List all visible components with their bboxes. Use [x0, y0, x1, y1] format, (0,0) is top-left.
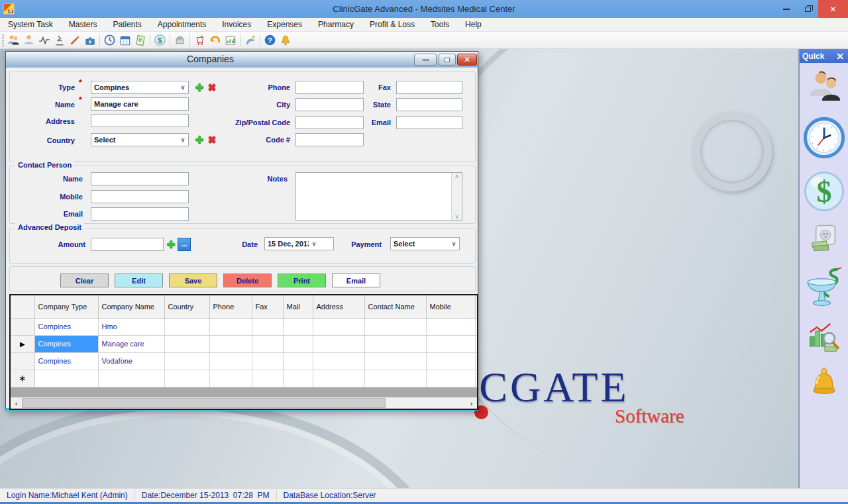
grid-cell[interactable]: Hmo	[98, 318, 164, 335]
menu-item-help[interactable]: Help	[457, 18, 490, 31]
billing-dollar-quick-icon[interactable]: $	[803, 170, 845, 215]
menu-item-invoices[interactable]: Invoices	[214, 18, 259, 31]
grid-cell[interactable]	[313, 318, 364, 335]
dialog-maximize-button[interactable]	[439, 54, 456, 66]
state-field[interactable]	[396, 98, 462, 111]
contact-mobile-field[interactable]	[91, 190, 189, 203]
reminders-bell-quick-icon[interactable]	[807, 366, 841, 403]
purchase-icon[interactable]	[192, 32, 207, 48]
notes-textarea[interactable]: ∧∨	[295, 172, 462, 221]
date-combobox[interactable]: 15 Dec, 2013∨	[264, 237, 334, 250]
grid-cell[interactable]: Compines	[34, 318, 98, 335]
city-field[interactable]	[295, 98, 364, 111]
grid-cell[interactable]	[252, 370, 283, 387]
menu-item-expenses[interactable]: Expenses	[259, 18, 310, 31]
type-combobox[interactable]: Compines∨	[91, 81, 189, 94]
bell-icon[interactable]	[278, 32, 293, 48]
grid-cell[interactable]	[364, 352, 426, 370]
column-header-company-type[interactable]: Company Type	[34, 295, 98, 318]
appointments-clock-quick-icon[interactable]	[803, 117, 845, 162]
calendar-icon[interactable]	[117, 32, 132, 48]
grid-horizontal-scrollbar[interactable]: ‹ ›	[11, 397, 477, 409]
grid-cell[interactable]	[313, 370, 364, 387]
contact-email-field[interactable]	[91, 207, 189, 221]
amount-field[interactable]	[91, 238, 164, 251]
grid-cell[interactable]: Compines	[34, 352, 98, 370]
row-selector[interactable]	[11, 352, 34, 370]
notes-scrollbar[interactable]: ∧∨	[451, 173, 462, 220]
column-header-contact-name[interactable]: Contact Name	[364, 295, 426, 318]
grid-cell[interactable]	[252, 335, 283, 352]
new-row-marker[interactable]: ∗	[11, 370, 34, 387]
clear-button[interactable]: Clear	[60, 274, 109, 287]
menu-item-tools[interactable]: Tools	[423, 18, 457, 31]
undo-icon[interactable]	[207, 32, 223, 48]
reports-analysis-quick-icon[interactable]	[807, 321, 841, 358]
scrollbar-thumb[interactable]	[22, 398, 386, 408]
grid-cell[interactable]	[164, 370, 209, 387]
column-header-mobile[interactable]: Mobile	[426, 295, 475, 318]
grid-cell[interactable]	[209, 370, 252, 387]
delete-type-icon[interactable]: ✖	[207, 82, 217, 93]
grid-cell[interactable]	[283, 370, 313, 387]
code-field[interactable]	[295, 133, 364, 146]
row-selector[interactable]	[11, 318, 34, 335]
name-field[interactable]	[91, 97, 189, 111]
email-field[interactable]	[396, 116, 462, 129]
add-country-icon[interactable]: ✚	[194, 134, 205, 145]
grid-cell[interactable]	[364, 318, 426, 335]
grid-cell[interactable]	[164, 335, 209, 352]
menu-item-patients[interactable]: Patients	[105, 18, 150, 31]
vitals-icon[interactable]	[36, 32, 52, 48]
phone-field[interactable]	[295, 81, 364, 94]
fax-field[interactable]	[396, 81, 462, 94]
delete-country-icon[interactable]: ✖	[207, 134, 217, 145]
grid-cell[interactable]	[283, 352, 313, 370]
menu-item-appointments[interactable]: Appointments	[150, 18, 214, 31]
column-header-country[interactable]: Country	[164, 295, 209, 318]
grid-cell[interactable]	[164, 318, 209, 335]
edit-button[interactable]: Edit	[115, 274, 163, 287]
dollar-coin-icon[interactable]: $	[152, 32, 168, 48]
delete-button[interactable]: Delete	[223, 274, 272, 287]
grid-cell[interactable]	[313, 352, 364, 370]
current-row-marker[interactable]: ▶	[11, 335, 34, 352]
clock-icon[interactable]	[102, 32, 117, 48]
quick-panel-close-icon[interactable]: ✕	[836, 51, 845, 62]
scroll-down-icon[interactable]: ∨	[454, 213, 459, 220]
add-deposit-icon[interactable]: ✚	[166, 239, 176, 250]
invoice-icon[interactable]	[132, 32, 148, 48]
save-button[interactable]: Save	[169, 274, 217, 287]
pharmacy-quick-icon[interactable]	[802, 266, 846, 312]
scroll-right-icon[interactable]: ›	[466, 397, 477, 409]
patient-icon[interactable]	[21, 32, 36, 48]
column-header-mail[interactable]: Mail	[283, 295, 313, 318]
grid-cell[interactable]	[34, 370, 98, 387]
country-combobox[interactable]: Select∨	[91, 133, 189, 146]
doctor-case-icon[interactable]	[82, 32, 97, 48]
deposit-safe-quick-icon[interactable]	[809, 224, 839, 257]
menu-item-pharmacy[interactable]: Pharmacy	[310, 18, 362, 31]
menu-item-system-task[interactable]: System Task	[0, 18, 61, 31]
alerts-icon[interactable]	[242, 32, 258, 48]
zip-field[interactable]	[295, 116, 364, 129]
column-header-address[interactable]: Address	[313, 295, 364, 318]
expenses-box-icon[interactable]	[172, 32, 187, 48]
patients-quick-icon[interactable]	[806, 68, 843, 108]
syringe-icon[interactable]	[67, 32, 82, 48]
grid-cell[interactable]: Manage care	[98, 335, 164, 352]
add-type-icon[interactable]: ✚	[194, 82, 205, 93]
patients-group-icon[interactable]	[6, 32, 21, 48]
menu-item-profit-loss[interactable]: Profit & Loss	[362, 18, 423, 31]
grid-cell[interactable]	[364, 335, 426, 352]
grid-cell[interactable]	[364, 370, 426, 387]
grid-cell[interactable]	[426, 335, 475, 352]
scroll-left-icon[interactable]: ‹	[11, 397, 22, 409]
dialog-close-button[interactable]: ✕	[457, 54, 477, 66]
contact-name-field[interactable]	[91, 172, 189, 185]
grid-cell[interactable]	[209, 352, 252, 370]
grid-cell[interactable]	[98, 370, 164, 387]
browse-deposit-button[interactable]: ...	[178, 238, 191, 251]
grid-cell[interactable]	[209, 335, 252, 352]
grid-cell[interactable]: Vodafone	[98, 352, 164, 370]
